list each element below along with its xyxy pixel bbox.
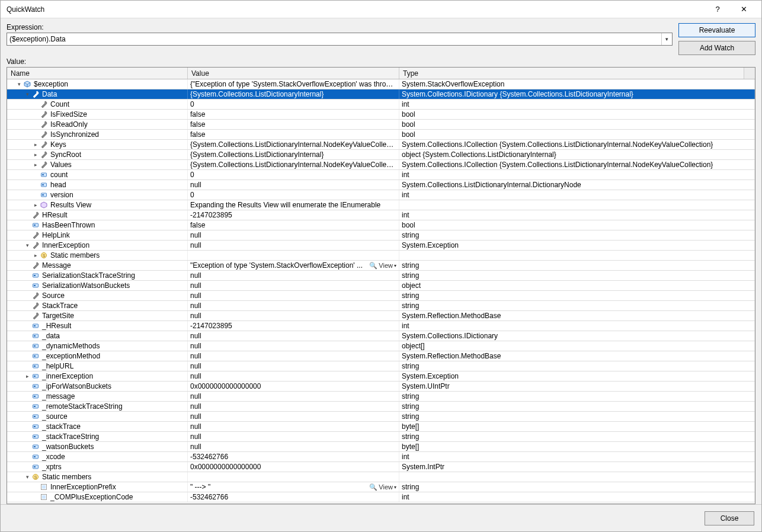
- cell-value: null: [188, 311, 399, 321]
- magnifier-icon: 🔍: [369, 483, 377, 491]
- table-row[interactable]: ▸_stackTracenullbyte[]: [7, 422, 755, 432]
- window-title: QuickWatch: [7, 5, 705, 14]
- expand-toggle-icon[interactable]: ▸: [32, 161, 39, 168]
- expand-toggle-icon[interactable]: ▸: [32, 141, 39, 148]
- table-row[interactable]: ▸StackTracenullstring: [7, 301, 755, 311]
- wrench-icon: [31, 312, 40, 320]
- expand-toggle-icon[interactable]: ▸: [24, 373, 31, 380]
- table-row[interactable]: ▾$exception{"Exception of type 'System.S…: [7, 79, 755, 89]
- column-header-value[interactable]: Value: [188, 68, 399, 79]
- visualizer-picker[interactable]: 🔍View▾: [366, 261, 396, 270]
- reevaluate-button[interactable]: Reevaluate: [678, 23, 755, 37]
- cell-value: {System.Collections.ListDictionaryIntern…: [188, 160, 399, 169]
- table-row[interactable]: ▸HResult-2147023895int: [7, 210, 755, 220]
- expand-toggle-icon[interactable]: ▾: [24, 91, 31, 98]
- table-row[interactable]: ▸_watsonBucketsnullbyte[]: [7, 442, 755, 452]
- row-value-text: -2147023895: [190, 211, 232, 219]
- table-row[interactable]: ▸_stackTraceStringnullstring: [7, 432, 755, 442]
- expression-input[interactable]: [7, 35, 661, 43]
- svg-text:S: S: [34, 475, 37, 479]
- window-close-button[interactable]: ✕: [731, 1, 757, 18]
- table-row[interactable]: ▸Count0int: [7, 100, 755, 110]
- table-row[interactable]: ▸_datanullSystem.Collections.IDictionary: [7, 331, 755, 341]
- close-button[interactable]: Close: [705, 511, 754, 525]
- add-watch-button[interactable]: Add Watch: [678, 41, 755, 55]
- expand-toggle-icon[interactable]: ▸: [32, 252, 39, 259]
- cell-name: ▸version: [7, 190, 188, 200]
- cell-name: ▸Source: [7, 291, 188, 300]
- visualizer-picker[interactable]: 🔍View▾: [366, 482, 396, 492]
- table-row[interactable]: ▸Results ViewExpanding the Results View …: [7, 200, 755, 210]
- expand-toggle-icon[interactable]: ▾: [15, 81, 23, 88]
- table-row[interactable]: ▸_xptrs0x0000000000000000System.IntPtr: [7, 462, 755, 472]
- table-row[interactable]: ▸_exceptionMethodnullSystem.Reflection.M…: [7, 351, 755, 361]
- row-value-text: 0x0000000000000000: [190, 463, 261, 471]
- table-row[interactable]: ▸count0int: [7, 170, 755, 180]
- help-button[interactable]: ?: [705, 1, 731, 18]
- table-row[interactable]: ▸InnerExceptionPrefix" ---> "🔍View▾strin…: [7, 482, 755, 492]
- column-header-type[interactable]: Type: [399, 68, 744, 79]
- table-row[interactable]: ▸headnullSystem.Collections.ListDictiona…: [7, 180, 755, 190]
- row-name-text: _remoteStackTraceString: [42, 402, 123, 411]
- table-row[interactable]: ▸_COMPlusExceptionCode-532462766int: [7, 492, 755, 502]
- table-row[interactable]: ▾Data{System.Collections.ListDictionaryI…: [7, 89, 755, 100]
- table-row[interactable]: ▸IsSynchronizedfalsebool: [7, 130, 755, 140]
- row-value-text: 0: [190, 100, 194, 108]
- table-row[interactable]: ▸_innerExceptionnullSystem.Exception: [7, 371, 755, 382]
- table-row[interactable]: ▸Message"Exception of type 'System.Stack…: [7, 261, 755, 271]
- expression-combo[interactable]: ▾: [7, 33, 673, 46]
- table-row[interactable]: ▸HasBeenThrownfalsebool: [7, 220, 755, 230]
- table-row[interactable]: ▸_messagenullstring: [7, 392, 755, 402]
- table-row[interactable]: ▾SStatic members: [7, 472, 755, 482]
- field-icon: [31, 392, 40, 400]
- cell-value: false: [188, 130, 399, 139]
- field-icon: [31, 382, 40, 390]
- table-row[interactable]: ▸version0int: [7, 190, 755, 200]
- table-row[interactable]: ▸IsReadOnlyfalsebool: [7, 120, 755, 130]
- table-row[interactable]: ▸_remoteStackTraceStringnullstring: [7, 402, 755, 412]
- table-row[interactable]: ▸_HResult-2147023895int: [7, 321, 755, 331]
- table-row[interactable]: ▾InnerExceptionnullSystem.Exception: [7, 241, 755, 251]
- table-row[interactable]: ▸_sourcenullstring: [7, 412, 755, 422]
- row-type-text: object[]: [402, 342, 425, 350]
- expand-toggle-icon[interactable]: ▸: [32, 151, 39, 158]
- table-row[interactable]: ▸HelpLinknullstring: [7, 230, 755, 241]
- table-row[interactable]: ▸_dynamicMethodsnullobject[]: [7, 341, 755, 351]
- cell-name: ▸IsReadOnly: [7, 120, 188, 129]
- table-row[interactable]: ▸SerializationStackTraceStringnullstring: [7, 271, 755, 281]
- table-row[interactable]: ▸_ipForWatsonBuckets0x0000000000000000Sy…: [7, 382, 755, 392]
- svg-rect-25: [34, 376, 36, 377]
- grid-body[interactable]: ▾$exception{"Exception of type 'System.S…: [7, 79, 755, 504]
- cell-name: ▸_stackTrace: [7, 422, 188, 431]
- expression-dropdown-icon[interactable]: ▾: [661, 33, 672, 45]
- svg-rect-33: [34, 416, 36, 417]
- expand-toggle-icon[interactable]: ▾: [24, 473, 31, 480]
- cell-name: ▾$exception: [7, 79, 188, 89]
- row-type-text: System.IntPtr: [402, 463, 444, 471]
- cell-type: object: [399, 281, 755, 290]
- wrench-icon: [40, 150, 48, 159]
- expand-toggle-icon[interactable]: ▾: [24, 242, 31, 249]
- table-row[interactable]: ▸TargetSitenullSystem.Reflection.MethodB…: [7, 311, 755, 321]
- table-row[interactable]: ▸_xcode-532462766int: [7, 452, 755, 462]
- row-name-text: _message: [42, 392, 75, 400]
- table-row[interactable]: ▸SStatic members: [7, 251, 755, 261]
- row-type-text: int: [402, 322, 409, 330]
- table-row[interactable]: ▸IsFixedSizefalsebool: [7, 110, 755, 120]
- cell-type: bool: [399, 220, 755, 230]
- row-name-text: IsReadOnly: [50, 120, 88, 129]
- row-name-text: IsSynchronized: [50, 130, 99, 139]
- row-name-text: _xptrs: [42, 463, 62, 471]
- table-row[interactable]: ▸SerializationWatsonBucketsnullobject: [7, 281, 755, 291]
- table-row[interactable]: ▸SyncRoot{System.Collections.ListDiction…: [7, 150, 755, 160]
- table-row[interactable]: ▸Values{System.Collections.ListDictionar…: [7, 160, 755, 170]
- expand-toggle-icon[interactable]: ▸: [32, 201, 39, 209]
- column-header-name[interactable]: Name: [7, 68, 188, 79]
- field-icon: [31, 372, 40, 380]
- table-row[interactable]: ▸_helpURLnullstring: [7, 361, 755, 371]
- results-icon: [40, 201, 48, 209]
- const-icon: [40, 493, 48, 501]
- table-row[interactable]: ▸Sourcenullstring: [7, 291, 755, 301]
- wrench-icon: [31, 302, 40, 310]
- table-row[interactable]: ▸Keys{System.Collections.ListDictionaryI…: [7, 140, 755, 150]
